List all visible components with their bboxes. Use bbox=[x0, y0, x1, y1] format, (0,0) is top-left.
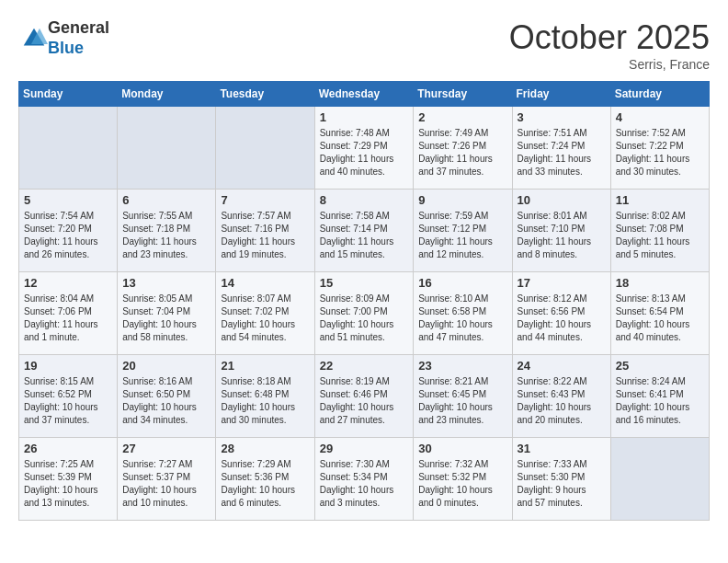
day-number: 8 bbox=[320, 193, 409, 207]
day-number: 7 bbox=[221, 193, 309, 207]
day-info: Sunrise: 8:22 AM Sunset: 6:43 PM Dayligh… bbox=[518, 375, 606, 427]
day-info: Sunrise: 8:16 AM Sunset: 6:50 PM Dayligh… bbox=[122, 375, 210, 427]
calendar-cell: 29Sunrise: 7:30 AM Sunset: 5:34 PM Dayli… bbox=[314, 438, 414, 521]
day-info: Sunrise: 8:09 AM Sunset: 7:00 PM Dayligh… bbox=[320, 293, 409, 344]
day-info: Sunrise: 7:27 AM Sunset: 5:37 PM Dayligh… bbox=[122, 458, 210, 510]
day-header-friday: Friday bbox=[512, 82, 610, 107]
day-header-tuesday: Tuesday bbox=[216, 82, 314, 107]
day-number: 23 bbox=[418, 359, 506, 373]
day-number: 31 bbox=[518, 442, 606, 455]
day-header-sunday: Sunday bbox=[19, 82, 118, 107]
day-info: Sunrise: 8:01 AM Sunset: 7:10 PM Dayligh… bbox=[518, 210, 606, 261]
calendar-cell bbox=[610, 438, 709, 521]
calendar-cell: 3Sunrise: 7:51 AM Sunset: 7:24 PM Daylig… bbox=[512, 107, 610, 190]
calendar-cell: 21Sunrise: 8:18 AM Sunset: 6:48 PM Dayli… bbox=[216, 355, 314, 438]
calendar-cell: 30Sunrise: 7:32 AM Sunset: 5:32 PM Dayli… bbox=[414, 438, 512, 521]
day-number: 9 bbox=[418, 193, 506, 207]
day-number: 15 bbox=[320, 276, 409, 290]
day-number: 18 bbox=[616, 276, 704, 290]
day-number: 29 bbox=[320, 442, 409, 455]
day-number: 16 bbox=[418, 276, 506, 290]
day-header-monday: Monday bbox=[118, 82, 216, 107]
calendar-cell: 23Sunrise: 8:21 AM Sunset: 6:45 PM Dayli… bbox=[414, 355, 512, 438]
day-number: 30 bbox=[418, 442, 506, 455]
week-row-5: 26Sunrise: 7:25 AM Sunset: 5:39 PM Dayli… bbox=[19, 438, 710, 521]
calendar-cell: 18Sunrise: 8:13 AM Sunset: 6:54 PM Dayli… bbox=[610, 272, 709, 355]
day-info: Sunrise: 7:25 AM Sunset: 5:39 PM Dayligh… bbox=[24, 458, 112, 510]
day-info: Sunrise: 7:57 AM Sunset: 7:16 PM Dayligh… bbox=[221, 210, 309, 261]
week-row-3: 12Sunrise: 8:04 AM Sunset: 7:06 PM Dayli… bbox=[19, 272, 710, 355]
day-number: 5 bbox=[24, 193, 112, 207]
day-number: 10 bbox=[518, 193, 606, 207]
calendar-cell: 16Sunrise: 8:10 AM Sunset: 6:58 PM Dayli… bbox=[414, 272, 512, 355]
day-number: 13 bbox=[122, 276, 210, 290]
calendar-cell: 28Sunrise: 7:29 AM Sunset: 5:36 PM Dayli… bbox=[216, 438, 314, 521]
day-info: Sunrise: 8:15 AM Sunset: 6:52 PM Dayligh… bbox=[24, 375, 112, 427]
day-number: 25 bbox=[616, 359, 704, 373]
calendar-cell: 26Sunrise: 7:25 AM Sunset: 5:39 PM Dayli… bbox=[19, 438, 118, 521]
day-header-wednesday: Wednesday bbox=[314, 82, 414, 107]
day-info: Sunrise: 7:32 AM Sunset: 5:32 PM Dayligh… bbox=[418, 458, 506, 510]
page-header: General Blue October 2025 Serris, France bbox=[18, 18, 710, 72]
week-row-4: 19Sunrise: 8:15 AM Sunset: 6:52 PM Dayli… bbox=[19, 355, 710, 438]
day-info: Sunrise: 7:51 AM Sunset: 7:24 PM Dayligh… bbox=[518, 127, 606, 178]
calendar-cell: 4Sunrise: 7:52 AM Sunset: 7:22 PM Daylig… bbox=[610, 107, 709, 190]
logo: General Blue bbox=[18, 18, 109, 58]
day-number: 14 bbox=[221, 276, 309, 290]
day-number: 3 bbox=[518, 110, 606, 124]
day-number: 6 bbox=[122, 193, 210, 207]
week-row-1: 1Sunrise: 7:48 AM Sunset: 7:29 PM Daylig… bbox=[19, 107, 710, 190]
calendar-cell: 5Sunrise: 7:54 AM Sunset: 7:20 PM Daylig… bbox=[19, 190, 118, 272]
calendar-cell: 31Sunrise: 7:33 AM Sunset: 5:30 PM Dayli… bbox=[512, 438, 610, 521]
day-number: 17 bbox=[518, 276, 606, 290]
day-info: Sunrise: 8:10 AM Sunset: 6:58 PM Dayligh… bbox=[418, 293, 506, 344]
day-info: Sunrise: 7:55 AM Sunset: 7:18 PM Dayligh… bbox=[122, 210, 210, 261]
calendar-cell: 15Sunrise: 8:09 AM Sunset: 7:00 PM Dayli… bbox=[314, 272, 414, 355]
day-number: 2 bbox=[418, 110, 506, 124]
calendar-cell: 13Sunrise: 8:05 AM Sunset: 7:04 PM Dayli… bbox=[118, 272, 216, 355]
calendar-cell: 11Sunrise: 8:02 AM Sunset: 7:08 PM Dayli… bbox=[610, 190, 709, 272]
calendar-cell: 14Sunrise: 8:07 AM Sunset: 7:02 PM Dayli… bbox=[216, 272, 314, 355]
calendar-cell: 6Sunrise: 7:55 AM Sunset: 7:18 PM Daylig… bbox=[118, 190, 216, 272]
day-number: 21 bbox=[221, 359, 309, 373]
day-info: Sunrise: 7:33 AM Sunset: 5:30 PM Dayligh… bbox=[518, 458, 606, 510]
day-info: Sunrise: 7:49 AM Sunset: 7:26 PM Dayligh… bbox=[418, 127, 506, 178]
header-row: SundayMondayTuesdayWednesdayThursdayFrid… bbox=[19, 82, 710, 107]
logo-blue: Blue bbox=[48, 39, 84, 57]
day-number: 19 bbox=[24, 359, 112, 373]
title-area: October 2025 Serris, France bbox=[509, 18, 710, 72]
day-info: Sunrise: 8:12 AM Sunset: 6:56 PM Dayligh… bbox=[518, 293, 606, 344]
day-number: 20 bbox=[122, 359, 210, 373]
day-info: Sunrise: 8:07 AM Sunset: 7:02 PM Dayligh… bbox=[221, 293, 309, 344]
location: Serris, France bbox=[509, 57, 710, 72]
logo-icon bbox=[20, 25, 48, 52]
week-row-2: 5Sunrise: 7:54 AM Sunset: 7:20 PM Daylig… bbox=[19, 190, 710, 272]
day-header-saturday: Saturday bbox=[610, 82, 709, 107]
day-number: 1 bbox=[320, 110, 409, 124]
day-number: 4 bbox=[616, 110, 704, 124]
day-info: Sunrise: 7:30 AM Sunset: 5:34 PM Dayligh… bbox=[320, 458, 409, 510]
calendar-cell: 9Sunrise: 7:59 AM Sunset: 7:12 PM Daylig… bbox=[414, 190, 512, 272]
day-info: Sunrise: 7:52 AM Sunset: 7:22 PM Dayligh… bbox=[616, 127, 704, 178]
calendar-cell: 20Sunrise: 8:16 AM Sunset: 6:50 PM Dayli… bbox=[118, 355, 216, 438]
calendar-cell: 17Sunrise: 8:12 AM Sunset: 6:56 PM Dayli… bbox=[512, 272, 610, 355]
calendar-cell bbox=[19, 107, 118, 190]
day-info: Sunrise: 7:54 AM Sunset: 7:20 PM Dayligh… bbox=[24, 210, 112, 261]
calendar-table: SundayMondayTuesdayWednesdayThursdayFrid… bbox=[18, 81, 710, 521]
calendar-cell: 7Sunrise: 7:57 AM Sunset: 7:16 PM Daylig… bbox=[216, 190, 314, 272]
day-info: Sunrise: 7:29 AM Sunset: 5:36 PM Dayligh… bbox=[221, 458, 309, 510]
day-info: Sunrise: 8:19 AM Sunset: 6:46 PM Dayligh… bbox=[320, 375, 409, 427]
day-number: 28 bbox=[221, 442, 309, 455]
calendar-cell: 27Sunrise: 7:27 AM Sunset: 5:37 PM Dayli… bbox=[118, 438, 216, 521]
day-info: Sunrise: 8:04 AM Sunset: 7:06 PM Dayligh… bbox=[24, 293, 112, 344]
month-title: October 2025 bbox=[509, 18, 710, 57]
day-number: 12 bbox=[24, 276, 112, 290]
calendar-cell: 1Sunrise: 7:48 AM Sunset: 7:29 PM Daylig… bbox=[314, 107, 414, 190]
day-number: 22 bbox=[320, 359, 409, 373]
calendar-cell: 2Sunrise: 7:49 AM Sunset: 7:26 PM Daylig… bbox=[414, 107, 512, 190]
day-number: 26 bbox=[24, 442, 112, 455]
logo-general: General bbox=[48, 18, 109, 37]
calendar-cell bbox=[216, 107, 314, 190]
day-info: Sunrise: 8:21 AM Sunset: 6:45 PM Dayligh… bbox=[418, 375, 506, 427]
day-number: 27 bbox=[122, 442, 210, 455]
